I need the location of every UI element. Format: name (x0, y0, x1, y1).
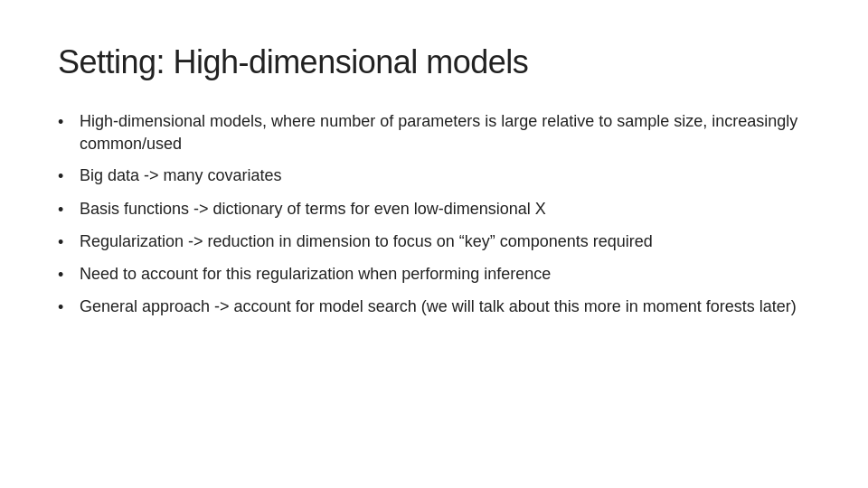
bullet-text-4: Regularization -> reduction in dimension… (80, 230, 810, 253)
bullet-item-6: •General approach -> account for model s… (58, 296, 810, 319)
bullet-text-3: Basis functions -> dictionary of terms f… (80, 198, 810, 221)
slide-title: Setting: High-dimensional models (58, 43, 810, 81)
bullet-item-2: •Big data -> many covariates (58, 164, 810, 188)
bullet-dot-5: • (58, 264, 76, 286)
bullet-dot-4: • (58, 231, 76, 254)
bullet-list: •High-dimensional models, where number o… (58, 110, 810, 319)
bullet-dot-2: • (58, 165, 76, 188)
bullet-text-2: Big data -> many covariates (80, 164, 810, 187)
bullet-item-5: •Need to account for this regularization… (58, 263, 810, 286)
bullet-text-6: General approach -> account for model se… (80, 296, 810, 318)
bullet-item-3: •Basis functions -> dictionary of terms … (58, 198, 810, 221)
bullet-dot-1: • (58, 111, 76, 134)
bullet-item-4: •Regularization -> reduction in dimensio… (58, 230, 810, 254)
bullet-text-5: Need to account for this regularization … (80, 263, 810, 286)
bullet-text-1: High-dimensional models, where number of… (80, 110, 810, 155)
bullet-item-1: •High-dimensional models, where number o… (58, 110, 810, 155)
bullet-dot-3: • (58, 199, 76, 221)
slide: Setting: High-dimensional models •High-d… (0, 0, 868, 488)
bullet-dot-6: • (58, 296, 76, 319)
